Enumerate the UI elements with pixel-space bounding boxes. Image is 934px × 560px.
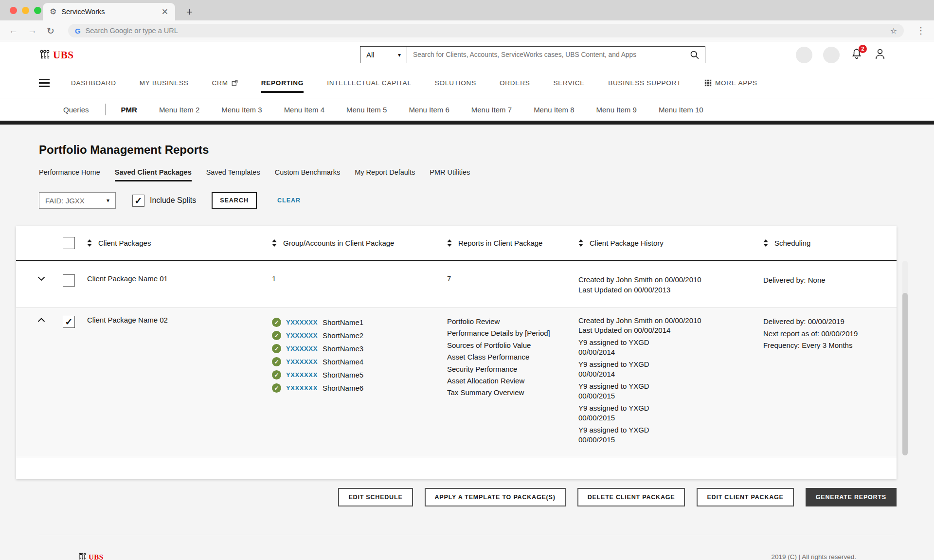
external-link-icon xyxy=(232,80,238,86)
new-tab-button[interactable]: + xyxy=(186,7,193,18)
faid-select[interactable]: FAID: JGXX ▾ xyxy=(39,192,116,209)
nav-item-service[interactable]: SERVICE xyxy=(554,79,585,87)
tab-my-report-defaults[interactable]: My Report Defaults xyxy=(355,168,415,181)
package-accounts: ✓ YXXXXXX ShortName1 ✓ YXXXXXX ShortName… xyxy=(267,308,442,457)
brand-wordmark: UBS xyxy=(53,50,73,60)
include-splits-checkbox[interactable] xyxy=(132,195,144,207)
edit-client-package-button[interactable]: EDIT CLIENT PACKAGE xyxy=(697,488,793,506)
nav-item-business-support[interactable]: BUSINESS SUPPORT xyxy=(608,79,681,87)
hamburger-menu-icon[interactable] xyxy=(39,79,50,87)
sort-icon[interactable] xyxy=(447,239,452,247)
nav-item-dashboard[interactable]: DASHBOARD xyxy=(71,79,116,87)
account-id-link[interactable]: YXXXXXX xyxy=(286,384,318,392)
page-footer: UBS 2019 (C) | All rights reserved. xyxy=(39,535,895,560)
minimize-window-button[interactable] xyxy=(22,7,29,14)
edit-schedule-button[interactable]: EDIT SCHEDULE xyxy=(338,488,413,506)
subnav-item-menu-7[interactable]: Menu Item 7 xyxy=(471,106,512,114)
history-entry: Created by John Smith on 00/00/2010 Last… xyxy=(578,316,758,335)
sort-icon[interactable] xyxy=(578,239,583,247)
subnav-item-menu-6[interactable]: Menu Item 6 xyxy=(409,106,449,114)
subnav-item-menu-3[interactable]: Menu Item 3 xyxy=(221,106,262,114)
account-item: ✓ YXXXXXX ShortName5 xyxy=(272,368,442,381)
subnav-item-menu-2[interactable]: Menu Item 2 xyxy=(159,106,199,114)
expand-row-button[interactable] xyxy=(16,261,55,307)
account-id-link[interactable]: YXXXXXX xyxy=(286,319,318,326)
generate-reports-button[interactable]: GENERATE REPORTS xyxy=(806,488,897,506)
reload-icon[interactable]: ↻ xyxy=(47,25,54,36)
main-content: Portfolio Management Reports Performance… xyxy=(0,143,934,560)
browser-menu-icon[interactable]: ⋮ xyxy=(916,25,925,36)
select-all-checkbox[interactable] xyxy=(63,237,75,249)
sort-icon[interactable] xyxy=(763,239,768,247)
back-icon[interactable]: ← xyxy=(9,25,18,36)
subnav-item-menu-5[interactable]: Menu Item 5 xyxy=(346,106,387,114)
collapse-row-button[interactable] xyxy=(16,308,55,457)
zoom-window-button[interactable] xyxy=(34,7,41,14)
forward-icon[interactable]: → xyxy=(28,25,37,36)
tab-custom-benchmarks[interactable]: Custom Benchmarks xyxy=(275,168,341,181)
subnav-divider xyxy=(105,104,106,115)
search-button[interactable]: SEARCH xyxy=(212,192,257,209)
nav-item-orders[interactable]: ORDERS xyxy=(500,79,530,87)
subnav-item-queries[interactable]: Queries xyxy=(63,106,89,114)
tab-saved-templates[interactable]: Saved Templates xyxy=(206,168,260,181)
report-item: Sources of Portfolio Value xyxy=(447,340,574,351)
subnav-item-menu-10[interactable]: Menu Item 10 xyxy=(659,106,703,114)
delete-client-package-button[interactable]: DELETE CLIENT PACKAGE xyxy=(577,488,685,506)
table-scrollbar-track[interactable] xyxy=(902,261,908,455)
sort-icon[interactable] xyxy=(87,239,92,247)
package-history: Created by John Smith on 00/00/2010 Last… xyxy=(574,261,758,307)
nav-item-intellectual-capital[interactable]: INTELLECTUAL CAPITAL xyxy=(327,79,412,87)
check-circle-icon: ✓ xyxy=(272,344,281,353)
close-window-button[interactable] xyxy=(10,7,17,14)
packages-table: Client Packages Group/Accounts in Client… xyxy=(16,226,897,479)
row-checkbox[interactable] xyxy=(63,316,75,328)
secondary-nav: Queries PMR Menu Item 2 Menu Item 3 Menu… xyxy=(0,98,934,121)
column-reports: Reports in Client Package xyxy=(442,239,574,247)
header-circle-button-1[interactable] xyxy=(796,47,812,63)
sort-icon[interactable] xyxy=(272,239,277,247)
tab-saved-client-packages[interactable]: Saved Client Packages xyxy=(115,168,192,181)
nav-item-my-business[interactable]: MY BUSINESS xyxy=(140,79,189,87)
check-circle-icon: ✓ xyxy=(272,370,281,379)
bookmark-star-icon[interactable]: ☆ xyxy=(890,26,897,36)
table-scrollbar-thumb[interactable] xyxy=(902,293,908,455)
copyright-text: 2019 (C) | All rights reserved. xyxy=(771,553,856,560)
package-history: Created by John Smith on 00/00/2010 Last… xyxy=(574,308,758,457)
tab-close-icon[interactable]: ✕ xyxy=(162,7,168,17)
history-entry: Y9 assigned to YXGD 00/00/2015 xyxy=(578,425,758,444)
browser-tab[interactable]: ⚙ ServiceWorks ✕ xyxy=(43,3,175,20)
account-id-link[interactable]: YXXXXXX xyxy=(286,332,318,339)
subnav-item-pmr[interactable]: PMR xyxy=(121,106,137,114)
package-name: Client Package Name 01 xyxy=(82,261,267,307)
subnav-item-menu-8[interactable]: Menu Item 8 xyxy=(534,106,574,114)
table-row-package-02: Client Package Name 02 ✓ YXXXXXX ShortNa… xyxy=(16,308,897,457)
account-id-link[interactable]: YXXXXXX xyxy=(286,358,318,365)
notifications-button[interactable]: 2 xyxy=(850,48,863,62)
subnav-item-menu-4[interactable]: Menu Item 4 xyxy=(284,106,324,114)
groups-count: 1 xyxy=(267,261,442,307)
clear-link[interactable]: CLEAR xyxy=(277,197,301,204)
global-search-input[interactable] xyxy=(407,47,684,63)
subnav-item-menu-9[interactable]: Menu Item 9 xyxy=(596,106,637,114)
account-id-link[interactable]: YXXXXXX xyxy=(286,345,318,352)
url-input[interactable] xyxy=(86,27,885,35)
row-checkbox[interactable] xyxy=(63,274,75,287)
search-icon[interactable] xyxy=(684,47,705,63)
tab-pmr-utilities[interactable]: PMR Utilities xyxy=(430,168,470,181)
gear-favicon-icon: ⚙ xyxy=(50,8,56,16)
account-id-link[interactable]: YXXXXXX xyxy=(286,371,318,379)
tab-performance-home[interactable]: Performance Home xyxy=(39,168,100,181)
package-scheduling: Delivered by: 00/00/2019 Next report as … xyxy=(758,308,897,457)
nav-item-reporting[interactable]: REPORTING xyxy=(261,79,304,87)
profile-button[interactable] xyxy=(874,48,886,62)
nav-item-crm[interactable]: CRM xyxy=(212,79,238,87)
header-circle-button-2[interactable] xyxy=(823,47,840,63)
apply-template-button[interactable]: APPLY A TEMPLATE TO PACKAGE(S) xyxy=(425,488,566,506)
header-icons: 2 xyxy=(796,47,886,63)
footer-ubs-logo: UBS xyxy=(78,553,104,560)
nav-item-solutions[interactable]: SOLUTIONS xyxy=(435,79,476,87)
nav-item-more-apps[interactable]: MORE APPS xyxy=(704,79,757,87)
search-scope-select[interactable]: All ▾ xyxy=(360,47,407,63)
address-bar[interactable]: G ☆ xyxy=(68,24,904,37)
